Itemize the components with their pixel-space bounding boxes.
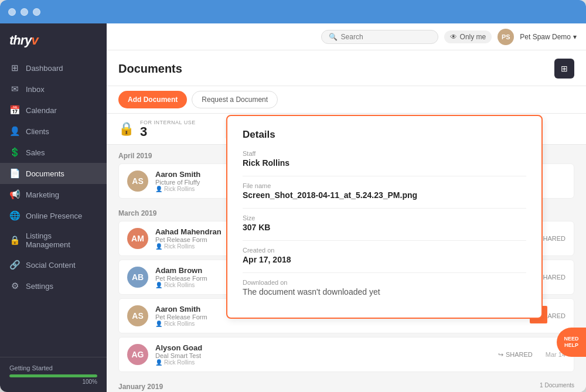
sales-icon: 💲 bbox=[9, 147, 20, 158]
app-window: thryv ⊞ Dashboard ✉ Inbox 📅 Calendar 👤 C bbox=[0, 0, 586, 392]
sidebar: thryv ⊞ Dashboard ✉ Inbox 📅 Calendar 👤 C bbox=[0, 23, 107, 392]
downloaded-label: Downloaded on bbox=[243, 279, 526, 286]
sidebar-nav: ⊞ Dashboard ✉ Inbox 📅 Calendar 👤 Clients… bbox=[0, 55, 107, 357]
search-icon: 🔍 bbox=[329, 33, 338, 41]
toolbar: Add Document Request a Document bbox=[107, 86, 586, 114]
size-value: 307 KB bbox=[243, 223, 526, 232]
stat-value: 3 bbox=[140, 125, 196, 138]
sidebar-item-label: Marketing bbox=[26, 190, 59, 199]
staff-value: Rick Rollins bbox=[243, 158, 526, 168]
settings-icon: ⚙ bbox=[9, 281, 20, 291]
doc-item[interactable]: AG Alyson Goad Deal Smart Test 👤 Rick Ro… bbox=[118, 337, 574, 372]
close-button[interactable] bbox=[8, 8, 16, 16]
sidebar-item-calendar[interactable]: 📅 Calendar bbox=[0, 100, 107, 121]
month-header-jan: January 2019 bbox=[118, 376, 163, 392]
listings-icon: 🔒 bbox=[9, 235, 20, 246]
sidebar-item-label: Sales bbox=[26, 148, 45, 157]
shared-label: SHARED bbox=[539, 274, 565, 281]
created-value: Apr 17, 2018 bbox=[243, 255, 526, 264]
doc-type: Deal Smart Test bbox=[155, 352, 491, 359]
sidebar-item-listings-mgmt[interactable]: 🔒 Listings Management bbox=[0, 226, 107, 254]
doc-by: 👤 Rick Rollins bbox=[155, 321, 524, 327]
divider bbox=[243, 176, 526, 176]
details-created-row: Created on Apr 17, 2018 bbox=[243, 247, 526, 264]
doc-by-name: Rick Rollins bbox=[164, 243, 195, 250]
doc-by-name: Rick Rollins bbox=[164, 321, 195, 327]
user-info-header[interactable]: Pet Spaw Demo ▾ bbox=[520, 33, 577, 41]
month-header-jan-row: January 2019 1 Documents bbox=[118, 376, 574, 392]
divider bbox=[243, 240, 526, 241]
sidebar-item-online-presence[interactable]: 🌐 Online Presence bbox=[0, 205, 107, 226]
shared-badge: ↪ SHARED bbox=[498, 351, 533, 359]
avatar: AB bbox=[127, 267, 148, 288]
shared-label: SHARED bbox=[506, 351, 533, 358]
shared-label: SHARED bbox=[539, 235, 565, 242]
doc-count-badge: 1 Documents bbox=[540, 382, 574, 388]
doc-by-name: Rick Rollins bbox=[164, 359, 195, 366]
avatar: PS bbox=[498, 29, 514, 45]
sidebar-item-marketing[interactable]: 📢 Marketing bbox=[0, 184, 107, 205]
grid-view-button[interactable]: ⊞ bbox=[554, 59, 574, 79]
downloaded-value: The document wasn't downloaded yet bbox=[243, 287, 526, 296]
chevron-down-icon: ▾ bbox=[573, 33, 577, 41]
documents-area: Documents ⊞ Add Document Request a Docum… bbox=[107, 50, 586, 392]
sidebar-item-label: Social Content bbox=[26, 261, 76, 270]
filename-value: Screen_Shot_2018-04-11_at_5.24.23_PM.png bbox=[243, 190, 526, 200]
details-size-row: Size 307 KB bbox=[243, 214, 526, 232]
dashboard-icon: ⊞ bbox=[9, 63, 20, 73]
details-downloaded-row: Downloaded on The document wasn't downlo… bbox=[243, 279, 526, 296]
doc-by-name: Rick Rollins bbox=[164, 186, 195, 192]
logo: thryv bbox=[0, 23, 107, 55]
created-label: Created on bbox=[243, 247, 526, 254]
share-icon: ↪ bbox=[498, 351, 503, 359]
sidebar-item-documents[interactable]: 📄 Documents bbox=[0, 163, 107, 184]
only-me-label: Only me bbox=[460, 33, 486, 41]
sidebar-item-dashboard[interactable]: ⊞ Dashboard bbox=[0, 57, 107, 79]
size-label: Size bbox=[243, 214, 526, 221]
sidebar-item-label: Calendar bbox=[26, 106, 57, 115]
sidebar-item-label: Dashboard bbox=[26, 64, 63, 73]
maximize-button[interactable] bbox=[33, 8, 40, 16]
internal-icon: 🔒 bbox=[118, 121, 134, 137]
eye-icon: 👁 bbox=[450, 33, 457, 41]
doc-by: 👤 Rick Rollins bbox=[155, 359, 491, 366]
doc-client-name: Alyson Goad bbox=[155, 343, 491, 352]
doc-by-name: Rick Rollins bbox=[164, 282, 195, 288]
add-document-button[interactable]: Add Document bbox=[118, 91, 187, 108]
calendar-icon: 📅 bbox=[9, 105, 20, 115]
need-help-button[interactable]: NEED HELP bbox=[557, 328, 586, 357]
sidebar-item-inbox[interactable]: ✉ Inbox bbox=[0, 79, 107, 100]
avatar: AS bbox=[127, 305, 148, 326]
details-staff-row: Staff Rick Rollins bbox=[243, 150, 526, 168]
stat-internal: 🔒 FOR INTERNAL USE 3 bbox=[118, 120, 225, 138]
sidebar-item-sales[interactable]: 💲 Sales bbox=[0, 142, 107, 163]
sidebar-item-social-content[interactable]: 🔗 Social Content bbox=[0, 254, 107, 275]
search-box[interactable]: 🔍 bbox=[321, 30, 438, 44]
divider bbox=[243, 272, 526, 273]
inbox-icon: ✉ bbox=[9, 84, 20, 94]
minimize-button[interactable] bbox=[21, 8, 28, 16]
progress-bar-fill bbox=[9, 374, 97, 377]
details-filename-row: File name Screen_Shot_2018-04-11_at_5.24… bbox=[243, 182, 526, 200]
filename-label: File name bbox=[243, 182, 526, 189]
documents-icon: 📄 bbox=[9, 168, 20, 179]
divider bbox=[243, 208, 526, 209]
sidebar-footer: Getting Started 100% bbox=[0, 357, 107, 392]
stat-label: FOR INTERNAL USE bbox=[140, 120, 196, 125]
details-panel: Details Staff Rick Rollins File name Scr… bbox=[226, 115, 543, 319]
search-input[interactable] bbox=[341, 33, 431, 41]
doc-header-right: ⊞ bbox=[554, 59, 574, 79]
person-icon: 👤 bbox=[155, 359, 162, 366]
person-icon: 👤 bbox=[155, 186, 162, 192]
clients-icon: 👤 bbox=[9, 126, 20, 137]
sidebar-item-label: Inbox bbox=[26, 85, 45, 94]
main-content: 🔍 👁 Only me PS Pet Spaw Demo ▾ bbox=[107, 23, 586, 392]
only-me-badge[interactable]: 👁 Only me bbox=[444, 30, 492, 43]
social-icon: 🔗 bbox=[9, 260, 20, 270]
person-icon: 👤 bbox=[155, 243, 162, 250]
progress-label: 100% bbox=[9, 379, 97, 385]
sidebar-item-clients[interactable]: 👤 Clients bbox=[0, 121, 107, 142]
sidebar-item-settings[interactable]: ⚙ Settings bbox=[0, 275, 107, 296]
request-document-button[interactable]: Request a Document bbox=[192, 91, 278, 108]
need-help-label: NEED HELP bbox=[557, 336, 586, 349]
